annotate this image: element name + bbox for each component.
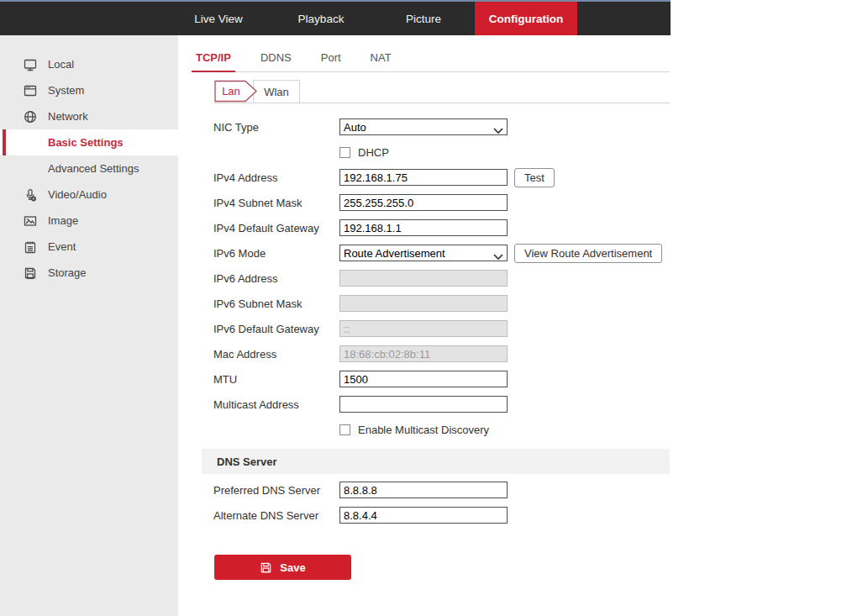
tab-nat[interactable]: NAT — [366, 45, 396, 72]
sidebar-item-storage[interactable]: Storage — [0, 260, 178, 286]
sidebar-item-label: Event — [48, 240, 76, 253]
sidebar-item-label: Network — [48, 110, 88, 123]
sidebar-item-label: Advanced Settings — [48, 162, 139, 175]
ipv6-subnet-row: IPv6 Subnet Mask — [213, 291, 847, 316]
nav-tab-configuration[interactable]: Configuration — [475, 2, 577, 35]
multicast-discovery-label: Enable Multicast Discovery — [358, 424, 489, 436]
dhcp-checkbox[interactable] — [339, 147, 350, 158]
save-floppy-icon — [260, 561, 272, 574]
nic-type-select[interactable]: Auto — [339, 118, 508, 135]
multicast-address-input[interactable] — [339, 396, 508, 413]
monitor-icon — [24, 58, 37, 71]
mac-address-label: Mac Address — [213, 348, 339, 361]
ipv4-address-row: IPv4 Address Test — [213, 165, 847, 190]
nic-type-selected-value: Auto — [344, 121, 366, 134]
chevron-down-icon — [493, 250, 503, 263]
sidebar-item-advanced-settings[interactable]: Advanced Settings — [0, 155, 178, 182]
window-icon — [24, 84, 37, 97]
ipv4-subnet-input[interactable] — [339, 194, 508, 211]
image-icon — [24, 214, 37, 228]
sidebar-item-local[interactable]: Local — [0, 51, 178, 77]
mtu-input[interactable] — [339, 371, 508, 387]
top-nav-items: Live View Playback Picture Configuration — [167, 2, 577, 35]
sidebar-item-label: Basic Settings — [48, 136, 124, 149]
globe-icon — [24, 110, 37, 124]
multicast-discovery-checkbox[interactable] — [339, 424, 350, 435]
nic-type-row: NIC Type Auto — [213, 114, 847, 140]
mtu-label: MTU — [213, 373, 339, 386]
sidebar-item-label: Video/Audio — [48, 188, 107, 201]
ipv6-address-row: IPv6 Address — [213, 266, 847, 291]
ipv6-mode-label: IPv6 Mode — [213, 247, 339, 260]
ipv6-subnet-input — [339, 295, 508, 312]
ipv6-address-label: IPv6 Address — [213, 272, 339, 285]
ipv4-gateway-row: IPv4 Default Gateway — [213, 215, 847, 240]
sidebar-item-image[interactable]: Image — [0, 208, 178, 234]
ipv6-gateway-label: IPv6 Default Gateway — [213, 323, 339, 335]
nav-tab-playback[interactable]: Playback — [270, 2, 372, 35]
settings-tab-bar: TCP/IP DDNS Port NAT — [192, 45, 670, 72]
preferred-dns-input[interactable] — [339, 482, 508, 498]
lan-wlan-subtab-bar: Lan Wlan — [214, 81, 670, 103]
sidebar-item-event[interactable]: Event — [0, 234, 178, 260]
mac-address-row: Mac Address — [213, 341, 847, 366]
dhcp-row: DHCP — [213, 140, 847, 165]
ipv4-address-label: IPv4 Address — [213, 171, 339, 184]
mac-address-input — [339, 345, 508, 362]
ipv4-gateway-input[interactable] — [339, 219, 508, 236]
preferred-dns-row: Preferred DNS Server — [213, 477, 847, 503]
tab-ddns[interactable]: DDNS — [256, 45, 296, 72]
view-route-advertisement-button[interactable]: View Route Advertisement — [514, 244, 662, 263]
multicast-discovery-row: Enable Multicast Discovery — [213, 417, 847, 442]
ipv6-mode-selected-value: Route Advertisement — [344, 247, 445, 260]
ipv6-subnet-label: IPv6 Subnet Mask — [213, 297, 339, 310]
sidebar-item-label: System — [48, 84, 84, 97]
ipv6-mode-select[interactable]: Route Advertisement — [339, 245, 508, 261]
app-window: Live View Playback Picture Configuration… — [0, 0, 847, 616]
save-button-label: Save — [280, 561, 305, 574]
subtab-lan-label: Lan — [214, 80, 248, 103]
tab-tcpip[interactable]: TCP/IP — [192, 45, 235, 72]
sidebar-item-label: Storage — [48, 266, 87, 279]
sidebar-item-video-audio[interactable]: Video/Audio — [0, 182, 178, 208]
subtab-wlan[interactable]: Wlan — [253, 80, 300, 103]
nav-tab-picture[interactable]: Picture — [372, 2, 475, 35]
ipv6-address-input — [339, 270, 508, 287]
ipv4-address-input[interactable] — [339, 169, 508, 186]
sidebar-item-label: Image — [48, 214, 78, 227]
dns-server-section-title: DNS Server — [217, 455, 277, 468]
sidebar-item-basic-settings[interactable]: Basic Settings — [0, 129, 178, 155]
sidebar-item-system[interactable]: System — [0, 77, 178, 103]
chevron-down-icon — [493, 124, 503, 137]
storage-icon — [24, 266, 37, 280]
multicast-address-label: Multicast Address — [213, 398, 339, 411]
dns-server-section-header: DNS Server — [202, 449, 670, 474]
ipv6-mode-row: IPv6 Mode Route Advertisement View Route… — [213, 240, 847, 266]
nav-tab-live-view[interactable]: Live View — [167, 2, 270, 35]
tcpip-form: NIC Type Auto DHCP IPv4 Address Test IPv… — [213, 114, 847, 442]
main-content: TCP/IP DDNS Port NAT Lan Wlan NIC Type A… — [178, 35, 847, 616]
top-nav-bar: Live View Playback Picture Configuration — [0, 0, 671, 35]
microphone-icon — [24, 188, 37, 202]
alternate-dns-row: Alternate DNS Server — [213, 503, 847, 528]
nic-type-label: NIC Type — [213, 121, 339, 134]
multicast-address-row: Multicast Address — [213, 392, 847, 417]
sidebar-item-network[interactable]: Network — [0, 103, 178, 129]
ipv4-subnet-label: IPv4 Subnet Mask — [213, 197, 339, 209]
sidebar-item-label: Local — [48, 58, 74, 71]
ipv6-gateway-input — [339, 320, 508, 337]
tab-port[interactable]: Port — [317, 45, 345, 72]
dns-server-form: Preferred DNS Server Alternate DNS Serve… — [213, 477, 847, 528]
ipv4-gateway-label: IPv4 Default Gateway — [213, 222, 339, 234]
alternate-dns-label: Alternate DNS Server — [213, 509, 339, 522]
test-button[interactable]: Test — [514, 168, 555, 187]
dhcp-label: DHCP — [358, 146, 389, 159]
sidebar: Local System Network Basic Settings Adva… — [0, 35, 178, 616]
save-button[interactable]: Save — [214, 555, 351, 580]
alternate-dns-input[interactable] — [339, 507, 508, 524]
event-icon — [24, 240, 37, 254]
ipv6-gateway-row: IPv6 Default Gateway — [213, 316, 847, 341]
mtu-row: MTU — [213, 366, 847, 392]
subtab-lan[interactable]: Lan — [214, 80, 258, 103]
ipv4-subnet-row: IPv4 Subnet Mask — [213, 190, 847, 215]
